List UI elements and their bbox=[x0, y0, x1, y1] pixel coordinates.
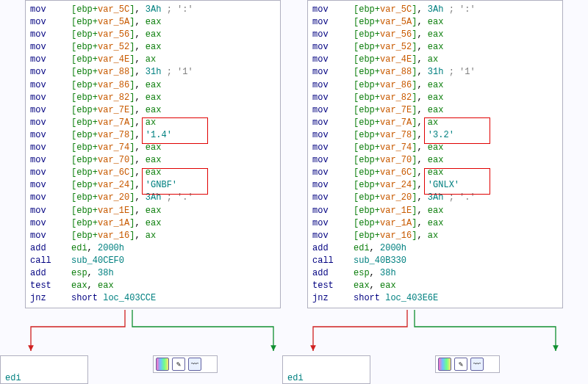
asm-row[interactable]: mov[ebp+var_82], eax bbox=[312, 92, 558, 104]
asm-row[interactable]: mov[ebp+var_1E], eax bbox=[30, 205, 276, 217]
asm-row[interactable]: addesp, 38h bbox=[30, 267, 276, 280]
chart-icon[interactable]: 〰 bbox=[470, 358, 484, 371]
asm-row[interactable]: mov[ebp+var_86], eax bbox=[30, 79, 276, 92]
src-operand: eax bbox=[428, 206, 444, 216]
asm-row[interactable]: mov[ebp+var_6C], eax bbox=[30, 167, 276, 179]
asm-row[interactable]: mov[ebp+var_5C], 3Ah ; ':' bbox=[312, 4, 558, 16]
branch-target: loc_403CCE bbox=[103, 293, 156, 303]
dest-operand: sub_40B330 bbox=[354, 256, 406, 266]
comment: ; '.' bbox=[161, 192, 193, 203]
base-register: ebp bbox=[76, 218, 93, 228]
base-register: ebp bbox=[359, 80, 375, 90]
disassembly-block-left[interactable]: mov[ebp+var_5C], 3Ah ; ':'mov[ebp+var_5A… bbox=[25, 0, 281, 308]
src-operand: ax bbox=[146, 117, 156, 128]
asm-row[interactable]: testeax, eax bbox=[312, 280, 558, 292]
asm-row[interactable]: mov[ebp+var_20], 3Ah ; '.' bbox=[312, 192, 558, 204]
asm-row[interactable]: mov[ebp+var_70], eax bbox=[312, 154, 558, 167]
palette-icon[interactable] bbox=[156, 358, 169, 371]
asm-row[interactable]: mov[ebp+var_56], eax bbox=[312, 29, 558, 41]
disassembly-block-right[interactable]: mov[ebp+var_5C], 3Ah ; ':'mov[ebp+var_5A… bbox=[307, 0, 563, 308]
asm-row[interactable]: mov[ebp+var_52], eax bbox=[312, 41, 558, 54]
base-register: ebp bbox=[359, 192, 375, 203]
stack-var: var_70 bbox=[98, 155, 129, 165]
dest-operand: edi bbox=[354, 243, 370, 253]
asm-row[interactable]: mov[ebp+var_16], ax bbox=[312, 230, 558, 242]
base-register: ebp bbox=[76, 4, 93, 15]
asm-row[interactable]: mov[ebp+var_88], 31h ; '1' bbox=[30, 66, 276, 79]
asm-row[interactable]: addedi, 2000h bbox=[30, 242, 276, 255]
asm-row[interactable]: mov[ebp+var_1A], eax bbox=[30, 217, 276, 230]
asm-row[interactable]: mov[ebp+var_88], 31h ; '1' bbox=[312, 66, 558, 79]
stack-var: var_6C bbox=[380, 167, 412, 178]
base-register: ebp bbox=[76, 67, 93, 77]
base-register: ebp bbox=[359, 206, 375, 216]
chart-icon[interactable]: 〰 bbox=[188, 358, 201, 371]
stack-var: var_7A bbox=[98, 117, 129, 128]
mnemonic: mov bbox=[30, 142, 71, 154]
asm-row[interactable]: mov[ebp+var_4E], ax bbox=[30, 54, 276, 66]
asm-row[interactable]: mov[ebp+var_74], eax bbox=[312, 142, 558, 154]
src-operand: ax bbox=[146, 231, 156, 241]
asm-row[interactable]: mov[ebp+var_4E], ax bbox=[312, 54, 558, 66]
asm-row[interactable]: mov[ebp+var_6C], eax bbox=[312, 167, 558, 179]
asm-row[interactable]: mov[ebp+var_20], 3Ah ; '.' bbox=[30, 192, 276, 204]
src-operand: 3Ah bbox=[146, 192, 162, 203]
palette-icon[interactable] bbox=[438, 358, 451, 371]
src-operand: 'GNLX' bbox=[428, 180, 459, 190]
asm-row[interactable]: mov[ebp+var_52], eax bbox=[30, 41, 276, 54]
dest-operand: eax bbox=[354, 280, 370, 291]
mnemonic: mov bbox=[312, 154, 354, 167]
asm-row[interactable]: addedi, 2000h bbox=[312, 242, 558, 255]
base-register: ebp bbox=[76, 42, 93, 52]
asm-row[interactable]: mov[ebp+var_86], eax bbox=[312, 79, 558, 92]
src-operand: eax bbox=[428, 80, 444, 90]
mnemonic: mov bbox=[30, 129, 71, 142]
asm-row[interactable]: mov[ebp+var_1E], eax bbox=[312, 205, 558, 217]
dest-operand: eax bbox=[71, 280, 87, 291]
asm-row[interactable]: mov[ebp+var_7A], ax bbox=[312, 117, 558, 129]
mnemonic: mov bbox=[30, 4, 71, 16]
asm-row[interactable]: mov[ebp+var_16], ax bbox=[30, 230, 276, 242]
stack-var: var_1A bbox=[380, 218, 412, 228]
base-register: ebp bbox=[359, 67, 375, 77]
asm-row[interactable]: mov[ebp+var_70], eax bbox=[30, 154, 276, 167]
asm-row[interactable]: mov[ebp+var_24], 'GNBF' bbox=[30, 179, 276, 192]
mnemonic: mov bbox=[312, 230, 354, 242]
asm-row[interactable]: mov[ebp+var_24], 'GNLX' bbox=[312, 179, 558, 192]
asm-row[interactable]: mov[ebp+var_5A], eax bbox=[30, 16, 276, 29]
asm-row[interactable]: mov[ebp+var_74], eax bbox=[30, 142, 276, 154]
base-register: ebp bbox=[76, 142, 93, 153]
asm-row[interactable]: mov[ebp+var_1A], eax bbox=[312, 217, 558, 230]
stack-var: var_74 bbox=[98, 142, 129, 153]
asm-row[interactable]: mov[ebp+var_56], eax bbox=[30, 29, 276, 41]
mnemonic: mov bbox=[30, 192, 71, 204]
edit-icon[interactable]: ✎ bbox=[172, 358, 185, 371]
asm-row[interactable]: jnzshort loc_403CCE bbox=[30, 292, 276, 305]
asm-row[interactable]: callsub_40B330 bbox=[312, 255, 558, 267]
src-operand: eax bbox=[146, 29, 162, 40]
asm-row[interactable]: mov[ebp+var_7A], ax bbox=[30, 117, 276, 129]
stack-var: var_78 bbox=[98, 130, 129, 140]
asm-row[interactable]: mov[ebp+var_78], '3.2' bbox=[312, 129, 558, 142]
base-register: ebp bbox=[359, 231, 375, 241]
mnemonic: mov bbox=[312, 179, 354, 192]
asm-row[interactable]: mov[ebp+var_5A], eax bbox=[312, 16, 558, 29]
asm-row[interactable]: testeax, eax bbox=[30, 280, 276, 292]
stack-var: var_56 bbox=[380, 29, 412, 40]
base-register: ebp bbox=[359, 29, 375, 40]
asm-row[interactable]: mov[ebp+var_78], '1.4' bbox=[30, 129, 276, 142]
asm-row[interactable]: mov[ebp+var_5C], 3Ah ; ':' bbox=[30, 4, 276, 16]
asm-row[interactable]: addesp, 38h bbox=[312, 267, 558, 280]
mnemonic: test bbox=[312, 280, 354, 292]
asm-row[interactable]: jnzshort loc_403E6E bbox=[312, 292, 558, 305]
comment: ; '1' bbox=[161, 67, 193, 77]
base-register: ebp bbox=[76, 93, 93, 103]
base-register: ebp bbox=[76, 206, 93, 216]
edit-icon[interactable]: ✎ bbox=[454, 358, 467, 371]
asm-row[interactable]: mov[ebp+var_7E], eax bbox=[30, 104, 276, 117]
asm-row[interactable]: mov[ebp+var_82], eax bbox=[30, 92, 276, 104]
src-operand: 2000h bbox=[98, 243, 124, 253]
asm-row[interactable]: callsub_40CEF0 bbox=[30, 255, 276, 267]
mnemonic: mov bbox=[30, 205, 71, 217]
asm-row[interactable]: mov[ebp+var_7E], eax bbox=[312, 104, 558, 117]
